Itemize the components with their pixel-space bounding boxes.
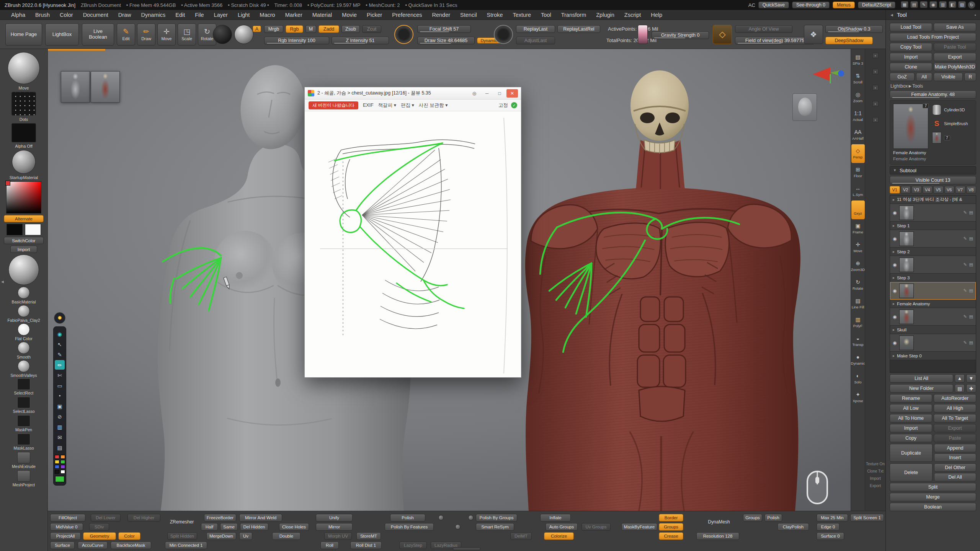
floor-button[interactable]: ⊞ Floor [851,163,865,182]
folder-add-button[interactable]: ✚ [966,384,976,393]
bottom-button[interactable]: Uv Groups [581,523,611,531]
alpha-a-badge[interactable]: A [253,26,261,32]
viewer-image[interactable] [305,112,521,377]
move-down-button[interactable]: ▼ [966,374,976,383]
camera-gizmo[interactable] [810,64,845,84]
bottom-button[interactable]: FillObject [50,514,85,522]
texture-palette-button[interactable]: Texture On [866,462,885,466]
bottom-button[interactable]: Same [220,523,238,531]
bottom-button[interactable]: Del Lower [91,514,121,522]
tool-item-simplebrush[interactable]: S SimpleBrush [932,118,973,129]
bottom-button[interactable]: Color [118,532,140,540]
material-ball-preview[interactable] [8,254,39,285]
rename-button[interactable]: Rename [890,394,932,403]
bottom-button[interactable]: Smart ReSym [476,523,514,531]
menu-item[interactable]: Color [56,11,77,19]
left-tray-collapse-icon[interactable]: ◄ [0,279,5,284]
material-preview-icon[interactable] [234,25,253,44]
frame-button[interactable]: ▣ Frame [851,219,865,238]
subtool-item[interactable]: ◉✎▤ [890,204,976,222]
boolean-button[interactable]: Boolean [890,503,976,511]
swatch-red[interactable] [55,455,59,459]
goz-visible-button[interactable]: Visible [934,73,963,81]
bottom-button[interactable]: Del Hidden [240,523,268,531]
delete-button[interactable]: Delete [890,463,933,481]
scroll-button[interactable]: ⇅ Scroll [851,69,865,88]
menu-item[interactable]: Texture [509,11,536,19]
polish-toggle-dot[interactable] [438,515,444,520]
bottom-button[interactable]: StoreMT [356,532,381,540]
zsub-button[interactable]: Zsub [341,25,360,33]
eye-icon[interactable]: ◉ [893,210,897,215]
quick-brush-item[interactable]: SelectRect [14,378,34,396]
linefill-button[interactable]: ▤ Line Fill [851,294,865,313]
swatch-white[interactable] [60,470,65,474]
focal-shift-icon[interactable] [394,25,413,44]
subtool-folder[interactable]: ▸Step 2 [890,248,976,256]
bottom-button[interactable]: Del Higher [127,514,160,522]
bulb-icon[interactable]: ✹ [54,312,65,324]
subtool-item-selected[interactable]: ◉✎▤ [890,282,976,300]
new-version-button[interactable]: 새 버전이 나왔습니다 [309,101,358,109]
all-high-button[interactable]: All High [934,404,976,412]
swatch-green[interactable] [60,460,65,464]
solo-button[interactable]: ◐ Solo [851,369,865,388]
subtool-item[interactable]: ◉✎▤ [890,256,976,274]
primary-color-swatch[interactable] [7,224,23,235]
dot-size-icon[interactable]: • [55,391,65,401]
paste-tool-button[interactable]: Paste Tool [934,43,976,51]
del-all-button[interactable]: Del All [934,473,976,481]
bottom-button[interactable]: Groups [659,523,683,531]
subtool-version-tab[interactable]: V7 [955,186,965,194]
menu-item[interactable]: Material [308,11,336,19]
bottom-button[interactable]: SDiv [89,523,109,531]
palette-icon[interactable]: ▥ [939,1,947,8]
bottom-button[interactable]: Resolution 128 [696,532,739,540]
bottom-button[interactable]: Close Holes [279,523,309,531]
photo-library-menu[interactable]: 사진 보관함 ▾ [419,102,448,109]
menu-item[interactable]: Tool [537,11,555,19]
bottom-button[interactable]: Geometry [83,532,116,540]
bottom-button[interactable]: Split Screen 1 [850,514,884,522]
ui-layout-icon[interactable]: ▦ [901,1,908,8]
switch-color-button[interactable]: SwitchColor [4,237,44,244]
eye-icon[interactable]: ◉ [893,340,897,346]
bottom-button[interactable]: Polish [764,514,782,522]
copy-tool-button[interactable]: Copy Tool [890,43,932,51]
maximize-button[interactable]: □ [494,89,505,98]
bottom-button[interactable]: ZRemesher [164,518,199,526]
actual-button[interactable]: 1:1 Actual [851,107,865,126]
swatch-yellow[interactable] [55,460,59,464]
pen-icon[interactable]: ✎ [55,350,65,359]
subtool-version-tab[interactable]: V8 [966,186,977,194]
shade-icon[interactable]: ▧ [958,1,966,8]
bottom-button[interactable]: Crease [659,532,683,540]
menu-item[interactable]: Movie [338,11,361,19]
reference-thumbnail-gray[interactable] [61,71,90,103]
persp-button[interactable]: ◇ Persp [851,144,865,163]
angle-of-view-slider[interactable]: Angle Of View [735,25,792,33]
menu-item[interactable]: Light [234,11,254,19]
bottom-button[interactable]: Auto Groups [546,523,578,531]
save-as-button[interactable]: Save As [934,23,976,31]
menu-item[interactable]: Transform [557,11,591,19]
quicksave-button[interactable]: QuickSave [758,2,789,8]
move-canvas-button[interactable]: ✛ Move [851,238,865,257]
goz-r-button[interactable]: R [964,73,976,81]
menu-item[interactable]: Layer [210,11,232,19]
bottom-button[interactable]: Uv [239,532,252,540]
lightbox-divider[interactable] [48,49,105,51]
bottom-button[interactable]: Inflate [540,514,571,522]
tool-item-recent[interactable]: 7 [932,132,973,143]
stroke-type-thumb[interactable] [11,92,36,116]
show-hide-icon[interactable]: ◉ [55,329,65,339]
active-tool-slider[interactable]: Female Anatomy. 48 [890,90,976,99]
replay-last-rel-button[interactable]: ReplayLastRel [557,25,600,33]
reference-thumbnail-anatomy[interactable] [91,71,120,103]
always-on-top-button[interactable]: ◎ [469,89,480,98]
draw-mode-button[interactable]: ✏ Draw [137,23,155,46]
move-up-button[interactable]: ▲ [955,374,965,383]
replay-last-button[interactable]: ReplayLast [516,25,555,33]
insert-button[interactable]: Insert [934,453,976,462]
quick-brush-item[interactable]: MeshProject [13,470,35,488]
